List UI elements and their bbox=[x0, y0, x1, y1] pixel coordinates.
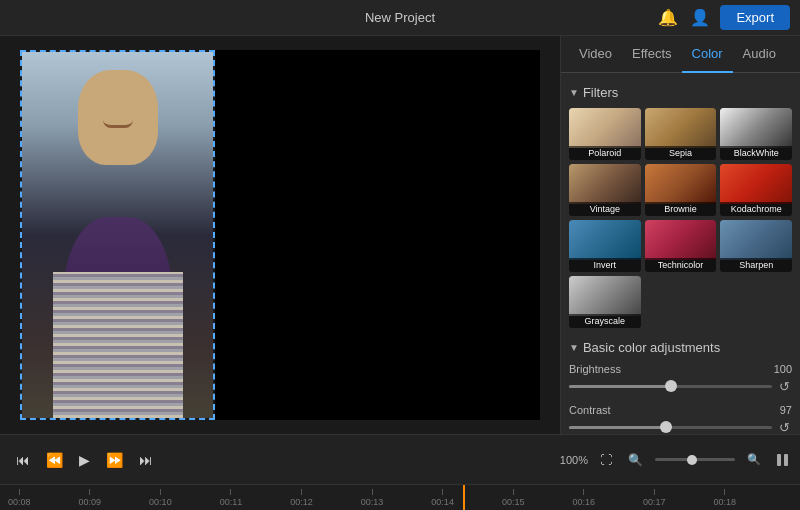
export-button[interactable]: Export bbox=[720, 5, 790, 30]
timeline-label-4: 00:12 bbox=[290, 497, 313, 507]
zoom-slider[interactable] bbox=[655, 458, 735, 461]
skip-to-start-button[interactable]: ⏮ bbox=[12, 448, 34, 472]
brightness-fill bbox=[569, 385, 671, 388]
contrast-thumb[interactable] bbox=[660, 421, 672, 433]
filters-chevron-icon: ▼ bbox=[569, 87, 579, 98]
filter-brownie-label: Brownie bbox=[645, 202, 717, 216]
filters-section-header: ▼ Filters bbox=[569, 85, 792, 100]
filter-vintage[interactable]: Vintage bbox=[569, 164, 641, 216]
timeline-mark-0: 00:08 bbox=[8, 489, 31, 507]
tick bbox=[19, 489, 20, 495]
color-adj-header: ▼ Basic color adjustments bbox=[569, 340, 792, 355]
notification-icon[interactable]: 🔔 bbox=[656, 6, 680, 30]
zoom-level-label: 100% bbox=[560, 454, 588, 466]
contrast-row: Contrast 97 ↺ bbox=[569, 404, 792, 434]
filter-sharpen-thumb bbox=[720, 220, 792, 260]
photo-face bbox=[78, 70, 158, 165]
filter-polaroid-thumb bbox=[569, 108, 641, 148]
timeline-mark-9: 00:17 bbox=[643, 489, 666, 507]
right-panel: Video Effects Color Audio ▼ Filters Pola… bbox=[560, 36, 800, 434]
filter-technicolor-label: Technicolor bbox=[645, 258, 717, 272]
pause-bar-left bbox=[777, 454, 781, 466]
project-title: New Project bbox=[365, 10, 435, 25]
timeline-playhead[interactable] bbox=[463, 485, 465, 510]
contrast-reset-button[interactable]: ↺ bbox=[776, 419, 792, 434]
zoom-thumb[interactable] bbox=[687, 455, 697, 465]
pause-bar-right bbox=[784, 454, 788, 466]
filter-polaroid[interactable]: Polaroid bbox=[569, 108, 641, 160]
play-button[interactable]: ▶ bbox=[75, 448, 94, 472]
panel-content: ▼ Filters Polaroid Sepia BlackWhite bbox=[561, 73, 800, 434]
tick bbox=[89, 489, 90, 495]
video-background bbox=[22, 52, 213, 418]
video-frame bbox=[20, 50, 215, 420]
brightness-value: 100 bbox=[774, 363, 792, 375]
filter-grayscale-label: Grayscale bbox=[569, 314, 641, 328]
tab-video[interactable]: Video bbox=[569, 36, 622, 73]
filter-kodachrome[interactable]: Kodachrome bbox=[720, 164, 792, 216]
tick bbox=[583, 489, 584, 495]
filter-invert-label: Invert bbox=[569, 258, 641, 272]
timeline-mark-3: 00:11 bbox=[220, 489, 243, 507]
filters-label: Filters bbox=[583, 85, 618, 100]
contrast-control: ↺ bbox=[569, 419, 792, 434]
filter-polaroid-label: Polaroid bbox=[569, 146, 641, 160]
user-icon[interactable]: 👤 bbox=[688, 6, 712, 30]
color-adjustments-section: ▼ Basic color adjustments Brightness 100 bbox=[569, 340, 792, 434]
timeline-label-7: 00:15 bbox=[502, 497, 525, 507]
brightness-reset-button[interactable]: ↺ bbox=[776, 378, 792, 394]
filter-brownie[interactable]: Brownie bbox=[645, 164, 717, 216]
video-content bbox=[22, 52, 213, 418]
tick bbox=[724, 489, 725, 495]
filter-blackwhite-thumb bbox=[720, 108, 792, 148]
zoom-in-button[interactable]: 🔍 bbox=[743, 449, 765, 470]
color-adj-label: Basic color adjustments bbox=[583, 340, 720, 355]
filter-blackwhite[interactable]: BlackWhite bbox=[720, 108, 792, 160]
timeline-label-1: 00:09 bbox=[79, 497, 102, 507]
header: New Project 🔔 👤 Export bbox=[0, 0, 800, 36]
timeline-mark-1: 00:09 bbox=[79, 489, 102, 507]
timeline-mark-5: 00:13 bbox=[361, 489, 384, 507]
tab-effects[interactable]: Effects bbox=[622, 36, 682, 73]
tick bbox=[654, 489, 655, 495]
brightness-control: ↺ bbox=[569, 378, 792, 394]
filter-kodachrome-thumb bbox=[720, 164, 792, 204]
timeline-mark-6: 00:14 bbox=[431, 489, 454, 507]
filter-technicolor[interactable]: Technicolor bbox=[645, 220, 717, 272]
fullscreen-button[interactable]: ⛶ bbox=[596, 449, 616, 471]
filter-sepia[interactable]: Sepia bbox=[645, 108, 717, 160]
tab-bar: Video Effects Color Audio bbox=[561, 36, 800, 73]
tick bbox=[160, 489, 161, 495]
filter-vintage-label: Vintage bbox=[569, 202, 641, 216]
filter-blackwhite-label: BlackWhite bbox=[720, 146, 792, 160]
rewind-button[interactable]: ⏪ bbox=[42, 448, 67, 472]
timeline[interactable]: 00:08 00:09 00:10 00:11 00:12 00:13 00:1… bbox=[0, 484, 800, 510]
timeline-label-8: 00:16 bbox=[572, 497, 595, 507]
tab-color[interactable]: Color bbox=[682, 36, 733, 73]
filter-invert[interactable]: Invert bbox=[569, 220, 641, 272]
timeline-label-6: 00:14 bbox=[431, 497, 454, 507]
brightness-row: Brightness 100 ↺ bbox=[569, 363, 792, 394]
contrast-label-row: Contrast 97 bbox=[569, 404, 792, 416]
filter-sharpen[interactable]: Sharpen bbox=[720, 220, 792, 272]
filter-invert-thumb bbox=[569, 220, 641, 260]
brightness-thumb[interactable] bbox=[665, 380, 677, 392]
fast-forward-button[interactable]: ⏩ bbox=[102, 448, 127, 472]
tab-audio[interactable]: Audio bbox=[733, 36, 786, 73]
filter-grayscale[interactable]: Grayscale bbox=[569, 276, 641, 328]
filter-brownie-thumb bbox=[645, 164, 717, 204]
brightness-label: Brightness bbox=[569, 363, 621, 375]
tick bbox=[372, 489, 373, 495]
contrast-slider[interactable] bbox=[569, 426, 772, 429]
header-actions: 🔔 👤 Export bbox=[656, 5, 790, 30]
tick bbox=[442, 489, 443, 495]
timeline-mark-2: 00:10 bbox=[149, 489, 172, 507]
color-adj-chevron-icon: ▼ bbox=[569, 342, 579, 353]
brightness-slider[interactable] bbox=[569, 385, 772, 388]
timeline-label-0: 00:08 bbox=[8, 497, 31, 507]
skip-to-end-button[interactable]: ⏭ bbox=[135, 448, 157, 472]
filter-technicolor-thumb bbox=[645, 220, 717, 260]
zoom-out-button[interactable]: 🔍 bbox=[624, 449, 647, 471]
filter-grid: Polaroid Sepia BlackWhite Vintage Browni… bbox=[569, 108, 792, 328]
timeline-mark-10: 00:18 bbox=[714, 489, 737, 507]
